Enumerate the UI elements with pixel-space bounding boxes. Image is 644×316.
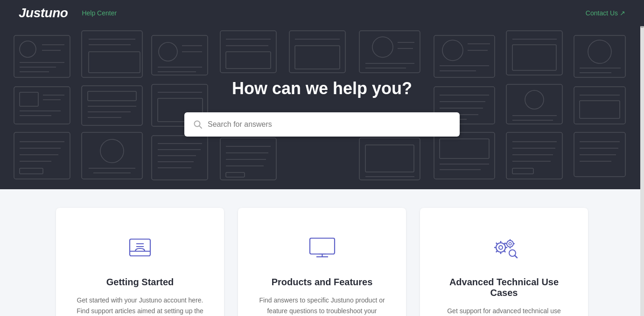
svg-line-137 <box>515 255 517 258</box>
search-box <box>184 112 460 137</box>
svg-rect-70 <box>506 132 562 179</box>
svg-rect-106 <box>226 172 245 177</box>
svg-rect-0 <box>14 35 70 77</box>
contact-us-link[interactable]: Contact Us ↗ <box>586 9 625 17</box>
svg-line-129 <box>496 251 497 252</box>
hero-section: How can we help you? <box>0 26 644 189</box>
svg-rect-116 <box>310 238 335 254</box>
getting-started-title: Getting Started <box>106 277 174 288</box>
products-features-desc: Find answers to specific Justuno product… <box>257 295 387 316</box>
help-center-link[interactable]: Help Center <box>82 9 117 17</box>
getting-started-icon <box>124 231 156 264</box>
svg-point-130 <box>507 240 513 247</box>
svg-rect-1 <box>20 41 36 57</box>
svg-point-121 <box>499 246 503 249</box>
search-icon <box>194 120 202 129</box>
advanced-technical-desc: Get support for advanced technical use c… <box>439 306 569 316</box>
svg-rect-8 <box>20 92 38 106</box>
svg-line-111 <box>199 126 202 128</box>
search-input[interactable] <box>208 120 450 129</box>
svg-rect-82 <box>580 101 620 118</box>
svg-rect-59 <box>434 132 495 179</box>
search-container <box>184 112 460 137</box>
svg-point-96 <box>372 37 393 57</box>
card-advanced-technical: Advanced Technical Use Cases Get support… <box>420 208 588 316</box>
svg-rect-19 <box>82 31 142 77</box>
getting-started-desc: Get started with your Justuno account he… <box>75 295 205 316</box>
svg-point-33 <box>159 42 177 61</box>
svg-point-67 <box>525 90 544 109</box>
svg-rect-75 <box>512 168 533 174</box>
svg-rect-32 <box>152 35 208 75</box>
svg-rect-63 <box>506 31 562 75</box>
svg-rect-41 <box>152 136 208 180</box>
svg-rect-94 <box>295 46 340 69</box>
advanced-technical-icon <box>488 231 520 264</box>
header: Justuno Help Center Contact Us ↗ <box>0 0 644 26</box>
svg-line-127 <box>504 251 505 252</box>
logo-text: Justuno <box>19 6 68 21</box>
svg-rect-95 <box>359 31 420 73</box>
svg-rect-76 <box>574 35 625 77</box>
svg-point-48 <box>442 40 463 61</box>
svg-line-126 <box>496 243 497 244</box>
products-features-title: Products and Features <box>272 277 373 288</box>
svg-rect-92 <box>289 31 345 73</box>
svg-rect-108 <box>365 145 414 172</box>
products-features-icon <box>306 231 338 264</box>
svg-rect-24 <box>88 91 136 101</box>
svg-rect-22 <box>89 52 140 73</box>
card-getting-started: Getting Started Get started with your Ju… <box>56 208 224 316</box>
external-link-icon: ↗ <box>620 9 625 17</box>
svg-rect-101 <box>220 138 276 180</box>
advanced-technical-title: Advanced Technical Use Cases <box>439 277 569 298</box>
card-products-features: Products and Features Find answers to sp… <box>238 208 406 316</box>
svg-rect-91 <box>226 52 271 69</box>
svg-point-131 <box>509 242 511 245</box>
svg-rect-65 <box>512 45 556 70</box>
svg-rect-107 <box>359 138 420 180</box>
svg-point-29 <box>100 139 124 163</box>
hero-title: How can we help you? <box>232 79 412 98</box>
svg-rect-112 <box>130 239 150 256</box>
svg-rect-13 <box>14 132 70 179</box>
svg-rect-60 <box>440 139 489 158</box>
cards-section: Getting Started Get started with your Ju… <box>0 189 644 316</box>
logo: Justuno <box>19 6 68 21</box>
svg-point-77 <box>588 40 611 63</box>
hero-background <box>0 26 644 189</box>
svg-line-128 <box>504 243 505 244</box>
svg-point-120 <box>496 243 505 252</box>
svg-rect-18 <box>20 168 43 174</box>
header-nav: Help Center <box>82 9 117 17</box>
scrollbar[interactable] <box>640 0 644 316</box>
contact-us: Contact Us ↗ <box>586 9 625 17</box>
